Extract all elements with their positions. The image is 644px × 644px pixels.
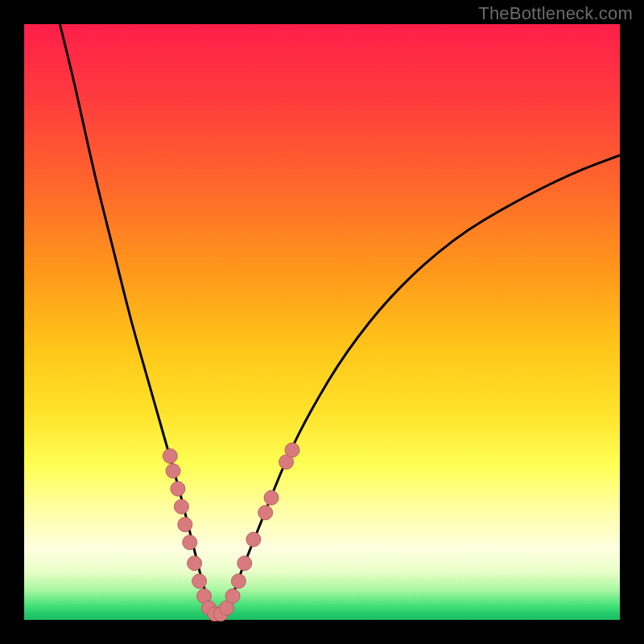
curve-marker xyxy=(166,464,180,478)
bottleneck-curve-svg xyxy=(24,24,620,620)
curve-marker xyxy=(163,449,177,464)
curve-marker xyxy=(174,499,188,514)
chart-frame: TheBottleneck.com xyxy=(0,0,644,644)
curve-marker xyxy=(246,532,261,547)
watermark-text: TheBottleneck.com xyxy=(478,3,633,24)
curve-marker xyxy=(285,443,299,457)
curve-marker xyxy=(264,490,279,505)
curve-marker xyxy=(183,535,197,550)
curve-marker xyxy=(188,556,202,571)
bottleneck-curve xyxy=(60,24,620,614)
curve-marker xyxy=(231,574,246,588)
curve-marker xyxy=(171,481,185,496)
curve-marker xyxy=(225,588,240,603)
plot-area xyxy=(24,24,620,620)
curve-marker xyxy=(178,518,192,532)
curve-marker xyxy=(258,506,273,520)
curve-marker xyxy=(192,574,207,588)
curve-marker xyxy=(237,556,252,571)
curve-markers xyxy=(163,443,299,621)
